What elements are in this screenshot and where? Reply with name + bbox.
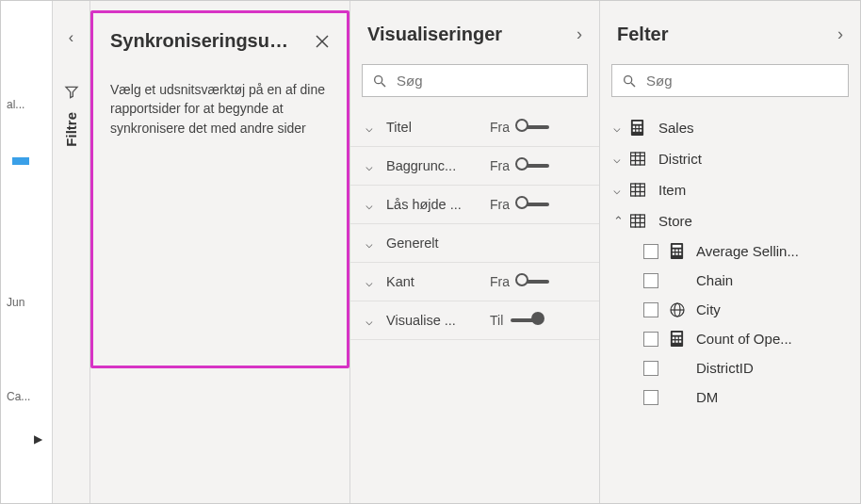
chevron-down-icon: ⌵ — [366, 236, 379, 251]
svg-rect-32 — [675, 250, 677, 252]
chevron-down-icon: ⌵ — [613, 121, 630, 135]
visualizations-search-input[interactable] — [397, 73, 577, 89]
svg-rect-14 — [631, 153, 645, 165]
search-icon — [372, 73, 387, 89]
chevron-down-icon: ⌵ — [366, 121, 379, 135]
field-table[interactable]: ⌵Sales — [611, 112, 849, 143]
expand-filters-icon[interactable]: ‹ — [69, 29, 73, 46]
toggle-switch[interactable] — [511, 318, 543, 322]
field-name: Chain — [696, 272, 733, 288]
canvas-next-icon[interactable]: ▶ — [24, 425, 52, 453]
field-name: DM — [696, 389, 718, 405]
format-label: Lås højde ... — [386, 197, 490, 212]
chevron-down-icon: ⌵ — [613, 152, 630, 166]
svg-rect-8 — [633, 126, 635, 128]
field-name: Average Sellin... — [696, 243, 799, 259]
visualizations-search[interactable] — [362, 64, 588, 97]
format-row[interactable]: ⌵Visualise ...Til — [350, 301, 599, 340]
collapse-fields-icon[interactable]: › — [837, 24, 843, 44]
field-name: City — [696, 301, 721, 317]
canvas-tab[interactable]: al... — [1, 76, 52, 133]
svg-point-4 — [625, 75, 632, 83]
toggle-switch[interactable] — [517, 125, 549, 129]
canvas-tab[interactable]: Jun — [1, 274, 52, 331]
format-label: Titel — [386, 120, 490, 135]
field-table[interactable]: ⌵Item — [611, 174, 849, 205]
sync-pane-title: Synkroniseringsu… — [110, 30, 288, 52]
field-table[interactable]: ⌵District — [611, 143, 849, 174]
format-state: Fra — [490, 120, 510, 135]
svg-rect-33 — [679, 250, 681, 252]
field-checkbox[interactable] — [643, 302, 658, 317]
collapse-visualizations-icon[interactable]: › — [577, 24, 582, 44]
fields-search[interactable] — [611, 64, 849, 97]
close-icon[interactable] — [315, 34, 330, 49]
table-icon — [630, 152, 647, 166]
toggle-switch[interactable] — [517, 280, 549, 284]
svg-rect-13 — [640, 129, 642, 131]
svg-rect-46 — [675, 340, 677, 342]
svg-point-2 — [375, 75, 382, 83]
globe-icon — [670, 302, 687, 317]
sync-pane-message: Vælg et udsnitsværktøj på en af dine rap… — [110, 80, 330, 138]
svg-rect-11 — [633, 129, 635, 131]
field-name: Count of Ope... — [696, 331, 792, 347]
field-item[interactable]: DistrictID — [611, 353, 849, 382]
format-row[interactable]: ⌵Lås højde ...Fra — [350, 186, 599, 224]
field-item[interactable]: City — [611, 295, 849, 324]
format-state: Fra — [490, 274, 510, 289]
svg-line-5 — [631, 83, 635, 87]
format-label: Baggrunc... — [386, 158, 490, 173]
field-item[interactable]: Average Sellin... — [611, 236, 849, 266]
canvas-tab[interactable]: Ca... — [1, 368, 52, 425]
sync-slicers-pane: Synkroniseringsu… Vælg et udsnitsværktøj… — [90, 10, 349, 368]
svg-rect-12 — [636, 129, 638, 131]
chevron-down-icon: ⌵ — [366, 159, 379, 173]
filters-pane-collapsed: ‹ Filtre — [53, 1, 90, 503]
svg-rect-35 — [675, 252, 677, 254]
field-checkbox[interactable] — [643, 390, 658, 405]
svg-rect-24 — [631, 215, 645, 227]
format-state: Fra — [490, 158, 510, 173]
svg-rect-36 — [679, 252, 681, 254]
chevron-down-icon: ⌵ — [366, 314, 379, 328]
svg-rect-9 — [636, 126, 638, 128]
format-label: Generelt — [386, 236, 490, 251]
search-icon — [622, 73, 637, 89]
format-label: Kant — [386, 274, 490, 289]
svg-rect-45 — [673, 340, 674, 342]
chevron-down-icon: ⌵ — [613, 183, 630, 197]
field-table-name: Item — [658, 182, 686, 198]
svg-line-3 — [382, 83, 385, 87]
format-label: Visualise ... — [386, 313, 490, 328]
calculator-icon — [670, 243, 687, 259]
filter-icon — [64, 84, 79, 99]
field-item[interactable]: DM — [611, 382, 849, 412]
visualizations-title: Visualiseringer — [367, 24, 502, 45]
toggle-switch[interactable] — [517, 164, 549, 168]
chevron-down-icon: ⌵ — [366, 198, 379, 212]
format-row[interactable]: ⌵KantFra — [350, 263, 599, 301]
field-checkbox[interactable] — [643, 244, 658, 259]
field-checkbox[interactable] — [643, 332, 658, 347]
format-row[interactable]: ⌵Baggrunc...Fra — [350, 147, 599, 186]
fields-title: Felter — [617, 24, 668, 45]
field-item[interactable]: Chain — [611, 266, 849, 295]
format-row[interactable]: ⌵Generelt — [350, 224, 599, 263]
field-item[interactable]: Count of Ope... — [611, 324, 849, 353]
svg-rect-19 — [631, 184, 645, 196]
visualizations-pane: Visualiseringer › ⌵TitelFra⌵Baggrunc...F… — [349, 1, 599, 503]
toggle-switch[interactable] — [517, 203, 549, 206]
field-checkbox[interactable] — [643, 361, 658, 376]
format-row[interactable]: ⌵TitelFra — [350, 108, 599, 147]
fields-pane: Felter › ⌵Sales⌵District⌵Item⌃StoreAvera… — [599, 1, 860, 503]
field-table-name: District — [658, 151, 702, 167]
field-table[interactable]: ⌃Store — [611, 205, 849, 236]
canvas-tab[interactable] — [1, 133, 52, 189]
fields-search-input[interactable] — [646, 73, 838, 89]
field-table-name: Store — [658, 213, 692, 229]
format-state: Fra — [490, 197, 510, 212]
svg-rect-43 — [675, 337, 677, 339]
chevron-down-icon: ⌵ — [366, 275, 379, 289]
field-checkbox[interactable] — [643, 273, 658, 288]
